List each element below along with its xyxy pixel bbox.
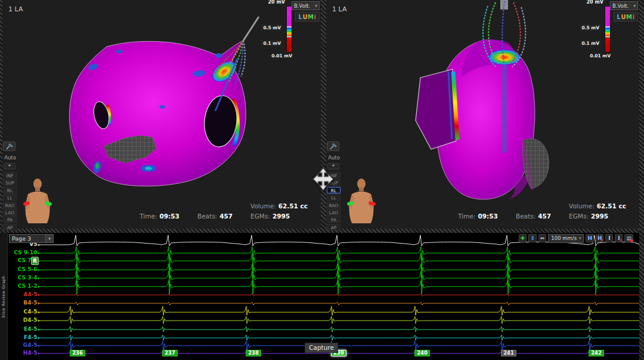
channel-arrow-icon: ▸ <box>38 336 40 340</box>
horizontal-caliper-delete-button[interactable]: H✗ <box>596 234 604 242</box>
sidebar-label: Slow Review Graph <box>1 275 6 318</box>
scale-max-label: 20 mV <box>268 0 285 5</box>
panel-divider[interactable] <box>321 0 326 229</box>
view-button-rl[interactable]: RL <box>3 187 17 193</box>
view-button-ap[interactable]: AP <box>327 224 340 230</box>
scale-lower-label[interactable]: 0.1 mV <box>261 40 283 47</box>
beat-number-236[interactable]: 236 <box>70 350 85 356</box>
interval-caliper-delete-button[interactable]: I✗ <box>615 234 623 242</box>
channel-label-v5[interactable]: V5▸ <box>8 241 40 247</box>
channel-arrow-icon: ▸ <box>38 351 40 356</box>
auto-button[interactable]: Auto <box>3 154 17 162</box>
scale-upper-label[interactable]: 0.5 mV <box>261 24 283 31</box>
horizontal-caliper-show-button[interactable]: H <box>586 234 594 242</box>
patient-orientation-torso[interactable] <box>347 178 376 228</box>
view-button-ll[interactable]: LL <box>327 194 340 201</box>
map-type-dropdown[interactable]: B.Volt. ▾ <box>610 1 638 10</box>
trace-a4-5 <box>38 294 639 296</box>
map-title: 1 LA <box>8 5 23 13</box>
view-button-sup[interactable]: SUP <box>3 179 17 186</box>
channel-label-cs-3-4[interactable]: CS 3-4▸ <box>8 275 40 281</box>
channel-label-f4-5[interactable]: F4-5▸ <box>8 334 40 340</box>
channel-label-cs-5-6[interactable]: CS 5-6▸ <box>8 266 40 272</box>
channel-arrow-icon: ▸ <box>38 343 40 348</box>
map-panel-right: 1 LA Auto * INFSUPRLLLRAOLAOPAAP 20 mV <box>326 0 639 229</box>
view-button-lao[interactable]: LAO <box>3 209 17 216</box>
beat-number-241[interactable]: 241 <box>501 350 516 356</box>
view-button-ll[interactable]: LL <box>3 194 17 201</box>
edit-tool-button[interactable] <box>3 141 16 151</box>
view-button-ap[interactable]: AP <box>3 224 17 230</box>
patient-orientation-torso[interactable] <box>23 178 52 228</box>
lumipoint-button[interactable]: LUMi <box>614 12 638 21</box>
channel-label-g4-5[interactable]: G4-5▸ <box>8 342 40 348</box>
review-panel-divider[interactable] <box>0 229 644 233</box>
view-button-inf[interactable]: INF <box>3 172 17 179</box>
lumipoint-button[interactable]: LUMi <box>295 12 320 21</box>
view-button-rao[interactable]: RAO <box>3 202 17 208</box>
channel-label-h4-5[interactable]: H4-5▸ <box>8 350 40 356</box>
export-snapshot-button[interactable]: ▤● <box>624 234 633 242</box>
orientation-toolbar-left: Auto * INFSUPRLLLRAOLAOPAAP <box>3 141 17 231</box>
beat-number-240[interactable]: 240 <box>414 350 430 356</box>
interval-caliper-show-button[interactable]: I <box>605 234 613 242</box>
channel-arrow-icon: ▸ <box>38 284 40 289</box>
beat-number-237[interactable]: 237 <box>162 350 178 356</box>
auto-button[interactable]: Auto <box>327 154 341 162</box>
hammer-icon <box>5 143 14 150</box>
trace-c4-5 <box>38 306 639 315</box>
app-window: 1 LA Auto * INFSUPRLLLRAOLAOPAAP 20 mV <box>0 0 644 360</box>
channel-label-e4-5[interactable]: E4-5▸ <box>8 326 40 332</box>
channel-arrow-icon: ▸ <box>38 242 40 247</box>
beat-number-242[interactable]: 242 <box>589 350 604 356</box>
delete-badge-icon: ● <box>630 238 633 243</box>
channel-label-c4-5[interactable]: C4-5▸ <box>8 309 40 315</box>
right-edge-scrollbar[interactable] <box>639 0 644 360</box>
egm-traces[interactable] <box>0 233 644 360</box>
delete-badge-icon: ✗ <box>600 238 604 243</box>
view-button-rao[interactable]: RAO <box>327 202 340 208</box>
channel-label-cs-1-2[interactable]: CS 1-2▸ <box>8 283 40 289</box>
channel-arrow-icon: ▸ <box>38 276 40 281</box>
asterisk-button[interactable]: * <box>4 163 16 170</box>
scale-min-label: 0.01 mV <box>271 53 292 59</box>
view-button-pa[interactable]: PA <box>327 216 340 223</box>
beat-number-238[interactable]: 238 <box>246 350 261 356</box>
scale-upper-label[interactable]: 0.5 mV <box>580 24 601 31</box>
channel-arrow-icon: ▸ <box>38 267 40 272</box>
map-title: 1 LA <box>332 5 346 13</box>
channel-label-cs-9-10[interactable]: CS 9-10▸ <box>8 250 40 256</box>
channel-arrow-icon: ▸ <box>38 301 40 306</box>
channel-arrow-icon: ▸ <box>38 327 40 332</box>
capture-button[interactable]: Capture <box>305 343 338 353</box>
channel-label-column: V5▸CS 9-10▸CS 7-8▸CS 5-6▸CS 3-4▸CS 1-2▸A… <box>8 233 40 360</box>
trace-f4-5 <box>38 335 639 340</box>
color-scale-bar[interactable] <box>605 6 611 53</box>
channel-label-d4-5[interactable]: D4-5▸ <box>8 317 40 323</box>
map-panel-left: 1 LA Auto * INFSUPRLLLRAOLAOPAAP 20 mV <box>2 0 321 229</box>
map-type-label: B.Volt. <box>612 3 628 9</box>
view-button-lao[interactable]: LAO <box>327 209 340 216</box>
edit-tool-button[interactable] <box>327 141 339 151</box>
scale-lower-label[interactable]: 0.1 mV <box>580 40 601 47</box>
view-button-pa[interactable]: PA <box>3 216 17 223</box>
trace-e4-5 <box>38 327 639 332</box>
color-scale-bar[interactable] <box>286 6 292 53</box>
vertical-caliper-button[interactable]: ⇕ <box>528 234 537 242</box>
channel-arrow-icon: ▸ <box>38 310 40 315</box>
channel-arrow-icon: ▸ <box>38 251 40 256</box>
reference-channel-badge[interactable]: R <box>31 257 39 265</box>
channel-label-b4-5[interactable]: B4-5▸ <box>8 300 40 306</box>
channel-label-a4-5[interactable]: A4-5▸ <box>8 291 40 297</box>
map-stats: Volume:62.51 cc Time:09:53 Beats:457 EGM… <box>458 202 626 220</box>
channel-arrow-icon: ▸ <box>38 318 40 323</box>
review-graph-panel: Slow Review Graph Page 3 ▾ ✚⇕⇔100 mm/s▾H… <box>0 233 644 360</box>
sweep-speed-select[interactable]: 100 mm/s▾ <box>548 234 584 243</box>
map-type-dropdown[interactable]: B.Volt. ▾ <box>292 1 320 10</box>
horizontal-caliper-button[interactable]: ⇔ <box>538 234 547 242</box>
voltage-color-scale: 20 mV 0.5 mV 0.1 mV 0.01 mV <box>256 0 292 61</box>
scale-max-label: 20 mV <box>587 0 603 5</box>
add-annotation-button[interactable]: ✚ <box>519 234 527 242</box>
trace-b4-5 <box>38 302 639 305</box>
slow-review-graph-tab[interactable]: Slow Review Graph <box>0 233 8 360</box>
